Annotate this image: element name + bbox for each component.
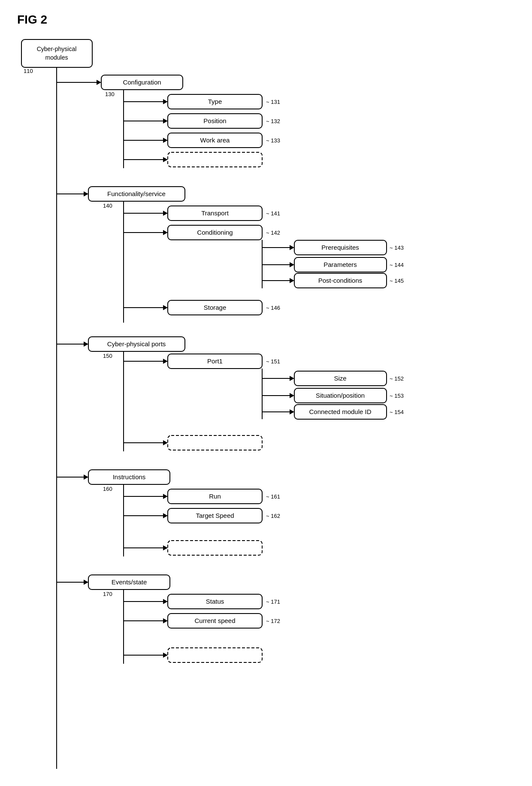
conditioning-label: Conditioning xyxy=(197,229,233,236)
workarea-label: Work area xyxy=(200,136,230,144)
svg-marker-75 xyxy=(84,580,88,585)
currentspeed-label: Current speed xyxy=(194,617,235,624)
svg-marker-30 xyxy=(290,245,294,250)
fig-title: FIG 2 xyxy=(17,13,519,27)
svg-marker-33 xyxy=(290,262,294,267)
configuration-label: Configuration xyxy=(123,79,161,86)
svg-rect-60 xyxy=(168,435,262,450)
diagram: Cyber-physical modules 110 Configuration… xyxy=(17,35,515,786)
ref-172: ~ 172 xyxy=(266,618,280,624)
ref-145: ~ 145 xyxy=(390,278,404,284)
svg-rect-73 xyxy=(168,541,262,555)
ports-label: Cyber-physical ports xyxy=(107,340,166,348)
postconditions-label: Post-conditions xyxy=(318,277,363,284)
prerequisites-label: Prerequisites xyxy=(321,244,359,251)
svg-marker-53 xyxy=(290,393,294,398)
svg-marker-7 xyxy=(163,99,168,104)
ref-140: 140 xyxy=(103,203,112,209)
ref-153: ~ 153 xyxy=(390,393,404,399)
parameters-label: Parameters xyxy=(323,261,357,268)
storage-label: Storage xyxy=(204,304,227,311)
ref-133: ~ 133 xyxy=(266,137,280,144)
svg-marker-62 xyxy=(84,475,88,480)
ref-154: ~ 154 xyxy=(390,409,404,415)
ref-161: ~ 161 xyxy=(266,493,280,500)
ref-110: 110 xyxy=(24,68,33,74)
svg-rect-17 xyxy=(168,152,262,167)
svg-marker-26 xyxy=(163,230,168,235)
ref-151: ~ 151 xyxy=(266,358,280,365)
svg-marker-50 xyxy=(290,376,294,381)
ref-141: ~ 141 xyxy=(266,210,280,217)
status-label: Status xyxy=(206,598,224,605)
functionality-label: Functionality/service xyxy=(107,190,166,197)
ref-150: 150 xyxy=(103,353,112,359)
ref-132: ~ 132 xyxy=(266,118,280,124)
ref-143: ~ 143 xyxy=(390,245,404,251)
events-label: Events/state xyxy=(112,578,147,586)
ref-171: ~ 171 xyxy=(266,599,280,605)
ref-146: ~ 146 xyxy=(266,305,280,311)
situation-label: Situation/position xyxy=(316,392,365,399)
svg-marker-46 xyxy=(163,359,168,364)
ref-170: 170 xyxy=(103,591,112,597)
ref-131: ~ 131 xyxy=(266,99,280,105)
ref-162: ~ 162 xyxy=(266,513,280,519)
root-label: Cyber-physical xyxy=(37,45,77,52)
ref-160: 160 xyxy=(103,486,112,492)
svg-marker-56 xyxy=(290,409,294,414)
svg-marker-66 xyxy=(163,494,168,499)
ref-144: ~ 144 xyxy=(390,262,404,268)
root-label2: modules xyxy=(45,54,68,61)
svg-marker-39 xyxy=(163,305,168,310)
ref-130: 130 xyxy=(105,91,115,97)
svg-marker-69 xyxy=(163,513,168,518)
svg-marker-72 xyxy=(163,545,168,550)
svg-marker-85 xyxy=(163,653,168,658)
svg-rect-86 xyxy=(168,648,262,662)
svg-marker-79 xyxy=(163,599,168,604)
svg-marker-59 xyxy=(163,440,168,445)
port1-label: Port1 xyxy=(207,357,223,365)
ref-142: ~ 142 xyxy=(266,230,280,236)
svg-marker-13 xyxy=(163,138,168,143)
svg-marker-36 xyxy=(290,278,294,283)
svg-marker-10 xyxy=(163,118,168,124)
position-label: Position xyxy=(203,117,226,124)
svg-marker-19 xyxy=(84,191,88,196)
transport-label: Transport xyxy=(201,209,229,217)
type-label: Type xyxy=(208,98,222,105)
svg-marker-82 xyxy=(163,618,168,623)
ref-152: ~ 152 xyxy=(390,375,404,382)
svg-marker-42 xyxy=(84,342,88,347)
connmodid-label: Connected module ID xyxy=(309,408,371,415)
targetspeed-label: Target Speed xyxy=(196,512,234,519)
instructions-label: Instructions xyxy=(113,473,146,481)
svg-marker-3 xyxy=(97,80,101,85)
svg-marker-16 xyxy=(163,157,168,162)
svg-rect-0 xyxy=(21,39,92,67)
run-label: Run xyxy=(209,493,221,500)
svg-marker-23 xyxy=(163,211,168,216)
size-label: Size xyxy=(334,375,346,382)
